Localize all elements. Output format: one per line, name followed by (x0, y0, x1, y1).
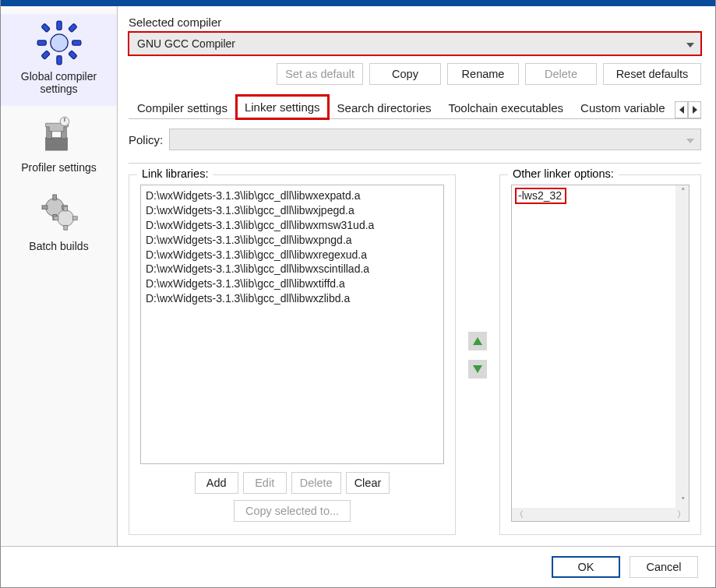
svg-point-0 (50, 34, 67, 51)
sidebar-item-global-compiler[interactable]: Global compiler settings (1, 14, 117, 106)
list-item[interactable]: D:\wxWidgets-3.1.3\lib\gcc_dll\libwxzlib… (146, 291, 439, 306)
set-as-default-button[interactable]: Set as default (277, 63, 363, 85)
tab-custom-variables[interactable]: Custom variable (572, 96, 673, 119)
list-item[interactable]: D:\wxWidgets-3.1.3\lib\gcc_dll\libwxrege… (146, 248, 439, 262)
svg-rect-23 (72, 217, 77, 220)
link-libraries-label: Link libraries: (137, 167, 213, 180)
svg-rect-8 (41, 51, 49, 59)
other-linker-options-textarea[interactable]: -lws2_32 ˄ ˅ 〈 〉 (511, 185, 690, 522)
other-linker-options-value: -lws2_32 (515, 188, 566, 204)
svg-marker-27 (686, 139, 694, 143)
svg-rect-21 (63, 226, 67, 231)
svg-rect-2 (56, 56, 61, 65)
list-item[interactable]: D:\wxWidgets-3.1.3\lib\gcc_dll\libwxmsw3… (146, 218, 439, 233)
svg-rect-9 (45, 138, 67, 150)
ok-button[interactable]: OK (552, 556, 620, 578)
move-down-button[interactable] (468, 360, 487, 379)
svg-marker-24 (686, 43, 694, 48)
svg-marker-25 (679, 106, 684, 114)
chevron-up-icon: ˄ (678, 187, 689, 197)
reset-defaults-button[interactable]: Reset defaults (603, 63, 701, 85)
chevron-down-icon (686, 133, 694, 146)
svg-marker-26 (693, 106, 697, 114)
other-linker-options-group: Other linker options: -lws2_32 ˄ ˅ 〈 〉 (499, 174, 701, 535)
list-item[interactable]: D:\wxWidgets-3.1.3\lib\gcc_dll\libwxtiff… (146, 276, 439, 291)
list-item[interactable]: D:\wxWidgets-3.1.3\lib\gcc_dll\libwxjpeg… (146, 203, 439, 218)
svg-rect-20 (63, 206, 67, 211)
delete-button[interactable]: Delete (525, 63, 597, 85)
svg-rect-3 (37, 40, 46, 45)
delete-lib-button[interactable]: Delete (291, 472, 341, 494)
svg-rect-15 (52, 195, 56, 200)
reorder-controls (468, 332, 487, 379)
sidebar-item-profiler[interactable]: Profiler settings (1, 106, 117, 185)
tab-scroll-right-button[interactable] (688, 101, 701, 118)
tab-bar: Compiler settings Linker settings Search… (129, 94, 701, 119)
profiler-icon (2, 111, 115, 158)
tab-search-directories[interactable]: Search directories (329, 96, 440, 119)
chevron-right-icon: 〉 (674, 509, 689, 520)
list-item[interactable]: D:\wxWidgets-3.1.3\lib\gcc_dll\libwxpngd… (146, 233, 439, 248)
svg-marker-29 (473, 365, 482, 373)
copy-button[interactable]: Copy (369, 63, 441, 85)
tab-compiler-settings[interactable]: Compiler settings (129, 96, 236, 119)
policy-label: Policy: (129, 133, 163, 146)
main-panel: Selected compiler GNU GCC Compiler Set a… (118, 6, 715, 546)
clear-button[interactable]: Clear (346, 472, 390, 494)
list-item[interactable]: D:\wxWidgets-3.1.3\lib\gcc_dll\libwxexpa… (146, 188, 439, 203)
sidebar-item-batch-builds[interactable]: Batch builds (1, 185, 117, 263)
tab-scroll-left-button[interactable] (675, 101, 688, 118)
dialog-footer: OK Cancel (1, 546, 715, 587)
move-up-button[interactable] (468, 332, 487, 350)
svg-marker-28 (473, 337, 482, 345)
sidebar-item-label: Batch builds (2, 240, 115, 252)
link-libraries-list[interactable]: D:\wxWidgets-3.1.3\lib\gcc_dll\libwxexpa… (140, 185, 444, 464)
scrollbar-vertical[interactable]: ˄ ˅ (675, 185, 689, 508)
cancel-button[interactable]: Cancel (630, 556, 698, 578)
tab-toolchain-executables[interactable]: Toolchain executables (440, 96, 573, 119)
sidebar-item-label: Global compiler settings (2, 70, 115, 95)
sidebar: Global compiler settings Profiler settin… (1, 6, 118, 546)
batch-builds-icon (2, 189, 115, 237)
gear-icon (2, 19, 115, 67)
edit-button[interactable]: Edit (243, 472, 287, 494)
svg-rect-1 (56, 21, 61, 30)
divider (129, 163, 701, 164)
compiler-settings-window: Global compiler settings Profiler settin… (0, 0, 716, 588)
chevron-down-icon: ˅ (678, 496, 689, 506)
copy-selected-to-button[interactable]: Copy selected to... (234, 500, 351, 522)
policy-dropdown[interactable] (169, 129, 701, 150)
sidebar-item-label: Profiler settings (2, 161, 115, 174)
scrollbar-horizontal[interactable]: 〈 〉 (512, 508, 689, 521)
compiler-dropdown-value: GNU GCC Compiler (137, 37, 235, 50)
svg-rect-17 (41, 206, 47, 209)
rename-button[interactable]: Rename (447, 63, 519, 85)
chevron-left-icon: 〈 (512, 509, 527, 520)
compiler-dropdown[interactable]: GNU GCC Compiler (129, 32, 701, 55)
link-libraries-group: Link libraries: D:\wxWidgets-3.1.3\lib\g… (129, 174, 456, 535)
tab-linker-settings[interactable]: Linker settings (236, 95, 329, 119)
list-item[interactable]: D:\wxWidgets-3.1.3\lib\gcc_dll\libwxscin… (146, 262, 439, 276)
svg-point-19 (57, 210, 73, 227)
add-button[interactable]: Add (195, 472, 238, 494)
svg-rect-7 (68, 23, 76, 32)
window-titlebar (1, 0, 715, 6)
selected-compiler-label: Selected compiler (129, 16, 701, 29)
svg-rect-22 (54, 217, 58, 220)
svg-rect-5 (41, 23, 49, 32)
svg-rect-4 (72, 40, 80, 45)
chevron-down-icon (686, 37, 694, 50)
other-linker-options-label: Other linker options: (508, 167, 619, 180)
svg-rect-6 (68, 51, 76, 59)
